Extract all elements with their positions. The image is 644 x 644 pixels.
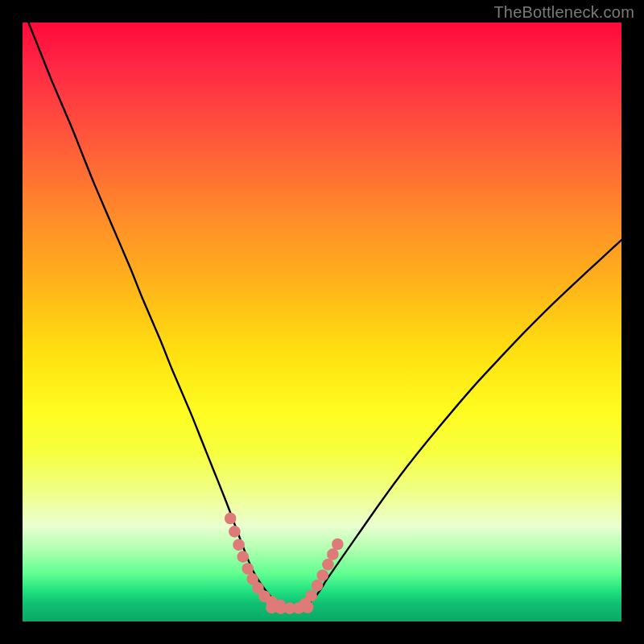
curve-marker	[305, 590, 317, 602]
marker-group-right	[299, 539, 344, 609]
curve-marker	[242, 563, 254, 575]
curve-marker	[332, 539, 344, 551]
curve-marker	[225, 513, 237, 525]
curve-marker	[312, 580, 324, 592]
bottleneck-curve	[28, 23, 621, 607]
curve-marker	[229, 526, 241, 538]
curve-marker	[322, 559, 334, 571]
curve-marker	[233, 539, 245, 551]
curve-marker	[237, 551, 249, 563]
curve-marker	[327, 548, 339, 560]
watermark-text: TheBottleneck.com	[493, 3, 634, 22]
chart-overlay	[23, 23, 621, 621]
chart-frame: TheBottleneck.com	[0, 0, 644, 644]
curve-marker	[316, 569, 328, 581]
marker-group-left	[225, 513, 286, 611]
